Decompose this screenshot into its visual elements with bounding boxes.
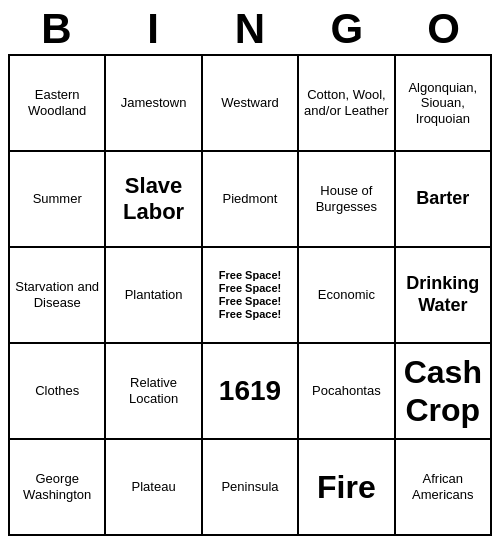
bingo-header: B I N G O [8,8,492,50]
bingo-cell-22: Peninsula [203,440,299,536]
bingo-cell-9: Barter [396,152,492,248]
bingo-cell-21: Plateau [106,440,202,536]
bingo-cell-11: Plantation [106,248,202,344]
bingo-cell-16: Relative Location [106,344,202,440]
bingo-cell-20: George Washington [10,440,106,536]
bingo-cell-24: African Americans [396,440,492,536]
letter-n: N [202,8,299,50]
bingo-cell-10: Starvation and Disease [10,248,106,344]
letter-g: G [298,8,395,50]
letter-o: O [395,8,492,50]
bingo-cell-18: Pocahontas [299,344,395,440]
bingo-cell-19: Cash Crop [396,344,492,440]
bingo-cell-4: Algonquian, Siouan, Iroquoian [396,56,492,152]
bingo-grid: Eastern WoodlandJamestownWestwardCotton,… [8,54,492,536]
bingo-cell-0: Eastern Woodland [10,56,106,152]
bingo-cell-12: Free Space! Free Space! Free Space! Free… [203,248,299,344]
letter-i: I [105,8,202,50]
bingo-cell-17: 1619 [203,344,299,440]
bingo-cell-1: Jamestown [106,56,202,152]
bingo-cell-23: Fire [299,440,395,536]
bingo-cell-13: Economic [299,248,395,344]
bingo-cell-8: House of Burgesses [299,152,395,248]
bingo-cell-3: Cotton, Wool, and/or Leather [299,56,395,152]
bingo-cell-5: Summer [10,152,106,248]
bingo-cell-15: Clothes [10,344,106,440]
bingo-cell-14: Drinking Water [396,248,492,344]
letter-b: B [8,8,105,50]
bingo-cell-7: Piedmont [203,152,299,248]
bingo-cell-6: Slave Labor [106,152,202,248]
bingo-cell-2: Westward [203,56,299,152]
